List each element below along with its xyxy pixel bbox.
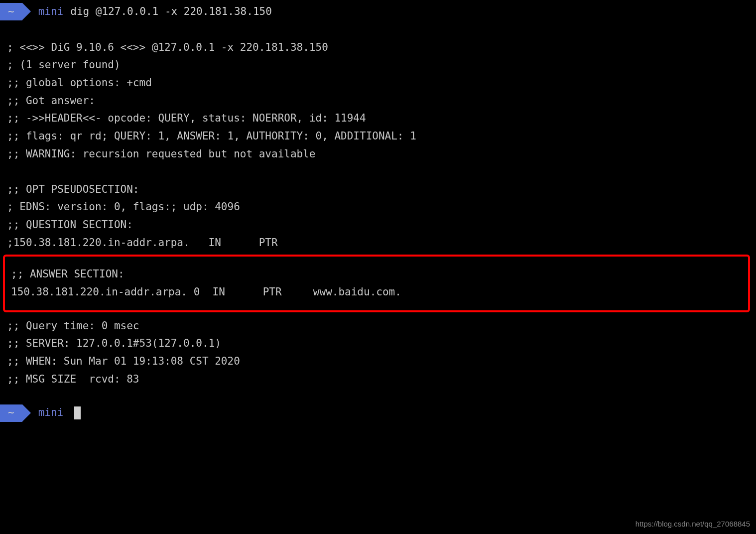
edns-line: ; EDNS: version: 0, flags:; udp: 4096	[0, 198, 756, 216]
prompt-path: ~	[8, 404, 14, 422]
server-line: ;; SERVER: 127.0.0.1#53(127.0.0.1)	[0, 335, 756, 353]
opt-pseudosection-line: ;; OPT PSEUDOSECTION:	[0, 181, 756, 199]
prompt-badge: ~	[0, 404, 22, 422]
server-found-line: ; (1 server found)	[0, 56, 756, 74]
question-record-line: ;150.38.181.220.in-addr.arpa. IN PTR	[0, 234, 756, 252]
prompt-hostname: mini	[38, 404, 64, 422]
dig-banner-line: ; <<>> DiG 9.10.6 <<>> @127.0.0.1 -x 220…	[0, 39, 756, 57]
question-section-header: ;; QUESTION SECTION:	[0, 216, 756, 234]
answer-record-line: 150.38.181.220.in-addr.arpa. 0 IN PTR ww…	[9, 283, 744, 301]
when-line: ;; WHEN: Sun Mar 01 19:13:08 CST 2020	[0, 353, 756, 371]
blank-line	[0, 163, 756, 181]
answer-section-highlight: ;; ANSWER SECTION: 150.38.181.220.in-add…	[3, 255, 750, 312]
warning-line: ;; WARNING: recursion requested but not …	[0, 145, 756, 163]
answer-section-header: ;; ANSWER SECTION:	[9, 266, 744, 283]
prompt-badge: ~	[0, 3, 22, 20]
header-line: ;; ->>HEADER<<- opcode: QUERY, status: N…	[0, 110, 756, 128]
terminal-window: ~ mini dig @127.0.0.1 -x 220.181.38.150 …	[0, 0, 756, 422]
query-time-line: ;; Query time: 0 msec	[0, 317, 756, 335]
prompt-hostname: mini	[38, 3, 64, 21]
got-answer-line: ;; Got answer:	[0, 92, 756, 110]
prompt-line-2[interactable]: ~ mini	[0, 404, 756, 422]
global-options-line: ;; global options: +cmd	[0, 74, 756, 92]
watermark-url: https://blog.csdn.net/qq_27068845	[635, 518, 750, 531]
flags-line: ;; flags: qr rd; QUERY: 1, ANSWER: 1, AU…	[0, 128, 756, 145]
prompt-line-1[interactable]: ~ mini dig @127.0.0.1 -x 220.181.38.150	[0, 3, 756, 21]
msg-size-line: ;; MSG SIZE rcvd: 83	[0, 371, 756, 389]
terminal-cursor[interactable]	[74, 406, 81, 419]
prompt-path: ~	[8, 3, 14, 21]
typed-command: dig @127.0.0.1 -x 220.181.38.150	[70, 3, 272, 21]
